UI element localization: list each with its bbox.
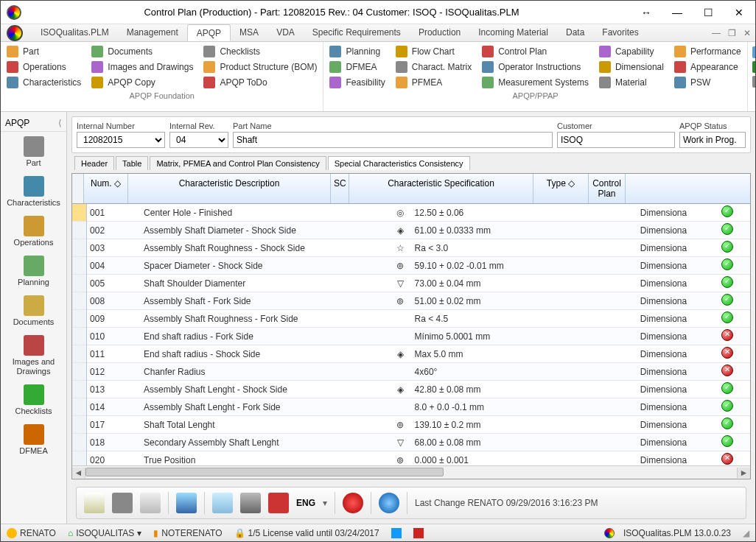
ribbon-part[interactable]: Part	[5, 45, 83, 58]
eraser-icon[interactable]	[140, 493, 161, 513]
close-button[interactable]: ✕	[729, 7, 749, 18]
ribbon-control-plan[interactable]: Control Plan	[480, 45, 590, 58]
col-desc-header[interactable]: Characteristic Description	[179, 178, 280, 189]
ribbon-pfmea[interactable]: PFMEA	[394, 76, 473, 89]
internal-rev-field[interactable]: 04	[169, 132, 228, 148]
sync-icon[interactable]: ↔	[636, 7, 657, 18]
col-ctrl-header[interactable]: Control Plan	[592, 178, 621, 199]
table-row[interactable]: 011End shaft radius - Shock Side◈Max 5.0…	[72, 345, 750, 363]
ribbon-appearance[interactable]: Appearance	[673, 60, 743, 74]
ribbon-material[interactable]: Material	[598, 76, 665, 89]
language-selector[interactable]: ENG	[296, 498, 315, 508]
ribbon-feasibility[interactable]: Feasibility	[328, 76, 386, 89]
sidebar-item-dfmea[interactable]: DFMEA	[1, 420, 66, 460]
ribbon-characteristics[interactable]: Characteristics	[5, 76, 83, 89]
ribbon-operator-instructions[interactable]: Operator Instructions	[480, 60, 590, 74]
ribbon-apqp-todo[interactable]: APQP ToDo	[202, 76, 318, 89]
ribbon-measurement-systems[interactable]: Measurement Systems	[480, 76, 590, 89]
menu-isoqualitas-plm[interactable]: ISOQualitas.PLM	[32, 24, 118, 41]
mdi-restore-icon[interactable]: ❐	[728, 28, 736, 38]
table-row[interactable]: 010End shaft radius - Fork SideMínimo 5.…	[72, 328, 750, 345]
sidebar-item-checklists[interactable]: Checklists	[1, 380, 66, 420]
menu-specific-requirements[interactable]: Specific Requirements	[304, 24, 410, 41]
ribbon-documents[interactable]: Documents	[90, 45, 195, 58]
ribbon-performance[interactable]: Performance	[673, 45, 743, 58]
list-icon[interactable]	[752, 46, 756, 58]
ribbon-checklists[interactable]: Checklists	[202, 45, 318, 58]
menu-apqp[interactable]: APQP	[187, 24, 231, 41]
save-icon[interactable]	[112, 493, 133, 513]
status-org[interactable]: ISOQUALITAS	[76, 528, 134, 538]
menu-data[interactable]: Data	[557, 24, 593, 41]
col-sc-header[interactable]: SC	[334, 178, 346, 189]
col-num-header[interactable]: Num.	[91, 178, 112, 189]
table-row[interactable]: 012Chanfer Radius4x60°Dimensiona	[72, 363, 750, 381]
cancel-icon[interactable]	[343, 493, 363, 513]
overflow-icon[interactable]	[752, 76, 756, 88]
app-menu-icon[interactable]	[7, 25, 23, 41]
table-row[interactable]: 003Assembly Shaft Roughness - Shock Side…	[72, 239, 750, 257]
ribbon-dfmea[interactable]: DFMEA	[328, 60, 386, 74]
ribbon-dimensional[interactable]: Dimensional	[598, 60, 665, 74]
table-row[interactable]: 004Spacer Diameter - Shock Side⊚59.10 + …	[72, 257, 750, 275]
table-row[interactable]: 014Assembly Shaft Lenght - Fork Side8.0 …	[72, 398, 750, 416]
tab-special-characteristics-consistency[interactable]: Special Characteristics Consistency	[328, 156, 470, 170]
table-row[interactable]: 001Center Hole - Finished◎12.50 ± 0.06Di…	[72, 204, 750, 222]
preview-icon[interactable]	[212, 493, 233, 513]
help-icon[interactable]	[379, 493, 399, 513]
horizontal-scrollbar[interactable]: ◄►	[72, 465, 750, 479]
ribbon-operations[interactable]: Operations	[5, 60, 83, 74]
mdi-minimize-icon[interactable]: —	[712, 28, 721, 38]
internal-number-field[interactable]: 12082015	[77, 132, 165, 148]
edit-icon[interactable]	[84, 493, 105, 513]
sidebar-item-documents[interactable]: Documents	[1, 291, 66, 331]
sidebar-pin-icon[interactable]: ⟨	[58, 118, 62, 128]
pdf-status-icon[interactable]	[413, 528, 424, 538]
ribbon-planning[interactable]: Planning	[328, 45, 386, 58]
table-row[interactable]: 009Assembly Shaft Roughness - Fork SideR…	[72, 310, 750, 328]
table-row[interactable]: 018Secondary Assembly Shaft Lenght▽68.00…	[72, 434, 750, 451]
print-icon[interactable]	[240, 493, 261, 513]
ribbon-product-structure-bom-[interactable]: Product Structure (BOM)	[202, 60, 318, 74]
refresh-icon[interactable]	[176, 493, 197, 513]
sidebar-item-part[interactable]: Part	[1, 132, 66, 172]
apqp-status-field[interactable]	[679, 132, 746, 148]
menu-favorites[interactable]: Favorites	[593, 24, 647, 41]
word-icon[interactable]	[391, 528, 402, 538]
ribbon-flow-chart[interactable]: Flow Chart	[394, 45, 473, 58]
menu-management[interactable]: Management	[118, 24, 187, 41]
table-row[interactable]: 017Shaft Total Lenght⊚139.10 ± 0.2 mmDim…	[72, 416, 750, 434]
menu-incoming-material[interactable]: Incoming Material	[469, 24, 557, 41]
part-name-field[interactable]	[233, 132, 553, 148]
bottom-toolbar: ENG▾ Last Change RENATO 09/29/2016 3:16:…	[76, 487, 746, 519]
sidebar-item-characteristics[interactable]: Characteristics	[1, 172, 66, 211]
ribbon-psw[interactable]: PSW	[673, 76, 743, 89]
table-row[interactable]: 008Assembly Shaft - Fork Side⊚51.00 ± 0.…	[72, 292, 750, 310]
flag-icon[interactable]	[752, 61, 756, 73]
menu-msa[interactable]: MSA	[231, 24, 267, 41]
tab-header[interactable]: Header	[74, 156, 114, 170]
table-row[interactable]: 020True Position⊚0.000 ± 0.001Dimensiona	[72, 451, 750, 466]
maximize-button[interactable]: ☐	[698, 7, 718, 18]
tab-matrix-pfmea-and-control-plan-consistency[interactable]: Matrix, PFMEA and Control Plan Consisten…	[150, 156, 326, 170]
pdf-icon[interactable]	[268, 493, 289, 513]
table-row[interactable]: 005Shaft Shoulder Diamenter▽73.00 ± 0.04…	[72, 275, 750, 292]
tab-table[interactable]: Table	[116, 156, 148, 170]
mdi-close-icon[interactable]: ✕	[743, 28, 751, 38]
ribbon-images-and-drawings[interactable]: Images and Drawings	[90, 60, 195, 74]
sidebar-item-planning[interactable]: Planning	[1, 251, 66, 291]
sidebar-item-operations[interactable]: Operations	[1, 211, 66, 251]
sidebar-item-images-and-drawings[interactable]: Images and Drawings	[1, 331, 66, 379]
menu-production[interactable]: Production	[410, 24, 469, 41]
col-type-header[interactable]: Type	[547, 178, 566, 189]
table-row[interactable]: 013Assembly Shaft Lenght - Shock Side◈42…	[72, 381, 750, 398]
ribbon-capability[interactable]: Capability	[598, 45, 665, 58]
table-row[interactable]: 002Assembly Shaft Diameter - Shock Side◈…	[72, 222, 750, 239]
menu-vda[interactable]: VDA	[267, 24, 304, 41]
col-spec-header[interactable]: Characteristic Specification	[388, 178, 494, 189]
ribbon-charact-matrix[interactable]: Charact. Matrix	[394, 60, 473, 74]
resize-grip-icon[interactable]: ◢	[743, 528, 749, 538]
ribbon-apqp-copy[interactable]: APQP Copy	[90, 76, 195, 89]
customer-field[interactable]	[557, 132, 675, 148]
minimize-button[interactable]: —	[667, 7, 687, 18]
